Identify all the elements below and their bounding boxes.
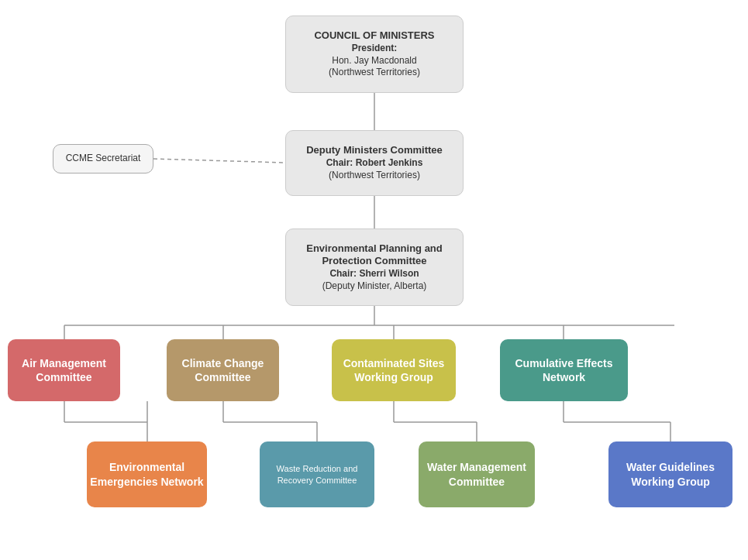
contaminated-sites-box: Contaminated Sites Working Group xyxy=(332,339,456,401)
water-management-box: Water Management Committee xyxy=(419,441,535,507)
envplan-label2: (Deputy Minister, Alberta) xyxy=(292,280,457,293)
waste-reduction-box: Waste Reduction and Recovery Committee xyxy=(260,441,374,507)
council-label1: President: xyxy=(352,43,398,53)
envplan-title: Environmental Planning and Protection Co… xyxy=(292,242,457,269)
ccme-secretariat-box: CCME Secretariat xyxy=(53,144,153,173)
waste-label: Waste Reduction and Recovery Committee xyxy=(260,463,374,486)
climate-label: Climate Change Committee xyxy=(167,356,279,384)
deputy-title: Deputy Ministers Committee xyxy=(306,144,443,157)
council-of-ministers-box: COUNCIL OF MINISTERS President: Hon. Jay… xyxy=(285,15,464,93)
air-management-box: Air Management Committee xyxy=(8,339,120,401)
council-label2: Hon. Jay Macdonald xyxy=(314,55,434,67)
env-emergencies-box: Environmental Emergencies Network xyxy=(87,441,207,507)
watermgmt-label: Water Management Committee xyxy=(419,460,535,488)
contaminated-label: Contaminated Sites Working Group xyxy=(332,356,456,384)
climate-change-box: Climate Change Committee xyxy=(167,339,279,401)
env-planning-box: Environmental Planning and Protection Co… xyxy=(285,228,464,306)
council-title: COUNCIL OF MINISTERS xyxy=(314,29,434,43)
air-label: Air Management Committee xyxy=(8,356,120,384)
envemerg-label: Environmental Emergencies Network xyxy=(87,460,207,488)
ccme-label: CCME Secretariat xyxy=(66,153,141,165)
svg-line-1 xyxy=(153,159,285,163)
cumulative-effects-box: Cumulative Effects Network xyxy=(500,339,628,401)
waterguide-label: Water Guidelines Working Group xyxy=(608,460,732,488)
council-label3: (Northwest Territories) xyxy=(314,67,434,79)
org-chart: COUNCIL OF MINISTERS President: Hon. Jay… xyxy=(0,0,748,560)
water-guidelines-box: Water Guidelines Working Group xyxy=(608,441,732,507)
deputy-label2: (Northwest Territories) xyxy=(306,170,443,182)
envplan-label1: Chair: Sherri Wilson xyxy=(329,268,419,279)
cumulative-label: Cumulative Effects Network xyxy=(500,356,628,384)
deputy-ministers-box: Deputy Ministers Committee Chair: Robert… xyxy=(285,130,464,196)
deputy-label1: Chair: Robert Jenkins xyxy=(326,157,423,168)
